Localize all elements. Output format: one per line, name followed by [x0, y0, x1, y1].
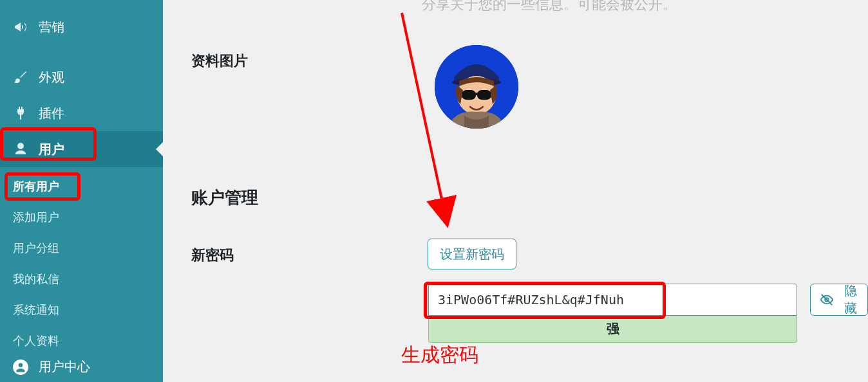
- sidebar-submenu: 所有用户 添加用户 用户分组 我的私信 系统通知 个人资料: [0, 167, 163, 363]
- sidebar-sub-add-user[interactable]: 添加用户: [0, 202, 163, 233]
- label-account-mgmt: 账户管理: [191, 186, 258, 209]
- label-profile-image: 资料图片: [191, 51, 248, 71]
- sidebar-sub-user-groups[interactable]: 用户分组: [0, 233, 163, 264]
- eye-slash-icon: [820, 293, 834, 307]
- svg-rect-6: [475, 93, 478, 95]
- sidebar-item-label: 用户: [39, 141, 64, 158]
- sidebar-sub-all-users[interactable]: 所有用户: [0, 171, 163, 202]
- sidebar-sub-system-notices[interactable]: 系统通知: [0, 295, 163, 325]
- sidebar-item-user-center[interactable]: 用户中心: [0, 352, 163, 382]
- sidebar-item-plugins[interactable]: 插件: [0, 95, 163, 131]
- brush-icon: [12, 68, 30, 86]
- hide-password-button[interactable]: 隐藏: [810, 284, 868, 316]
- sidebar-item-label: 用户中心: [39, 358, 90, 376]
- sidebar-item-label: 营销: [39, 19, 64, 36]
- sidebar-item-label: 外观: [39, 69, 64, 86]
- new-password-input[interactable]: [428, 284, 797, 316]
- sidebar-sub-my-messages[interactable]: 我的私信: [0, 264, 163, 295]
- plug-icon: [12, 104, 30, 122]
- sidebar-item-marketing[interactable]: 营销: [0, 9, 163, 45]
- user-center-icon: [12, 358, 30, 376]
- sidebar-item-users[interactable]: 用户: [0, 131, 163, 167]
- hide-button-label: 隐藏: [840, 284, 861, 316]
- share-hint-text: 分享关于您的一些信息。可能会被公开。: [422, 0, 677, 14]
- main-content: 分享关于您的一些信息。可能会被公开。 资料图片 账户管理 新密码 设置新密码: [163, 0, 868, 382]
- svg-rect-5: [477, 90, 491, 100]
- password-strength-indicator: 强: [428, 316, 797, 343]
- set-new-password-button[interactable]: 设置新密码: [428, 239, 516, 269]
- label-new-password: 新密码: [191, 246, 234, 265]
- svg-rect-4: [462, 90, 476, 100]
- megaphone-icon: [12, 18, 30, 36]
- user-icon: [12, 140, 30, 158]
- sidebar-item-label: 插件: [39, 105, 64, 122]
- avatar[interactable]: [435, 45, 518, 129]
- admin-sidebar: 营销 外观 插件 用户 所有用户 添加用户 用户分组 我的私信 系统通知 个人资…: [0, 0, 163, 382]
- sidebar-item-appearance[interactable]: 外观: [0, 59, 163, 95]
